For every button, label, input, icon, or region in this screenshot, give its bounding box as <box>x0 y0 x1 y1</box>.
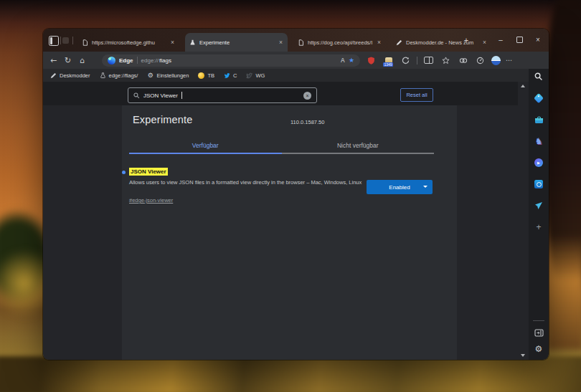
extension-script-icon[interactable]: 1349 <box>382 57 395 64</box>
tab-verfuegbar[interactable]: Verfügbar <box>129 138 282 154</box>
flag-state-dropdown[interactable]: Enabled <box>367 180 433 194</box>
reset-all-button[interactable]: Reset all <box>400 88 433 102</box>
yellow-avatar-icon <box>198 72 204 79</box>
beaker-icon <box>100 72 106 79</box>
tab-close-icon[interactable]: × <box>170 39 175 46</box>
search-icon <box>133 89 140 102</box>
tab-close-icon[interactable]: × <box>482 39 487 46</box>
bookmark-label: edge://flags/ <box>109 72 138 79</box>
more-menu-icon[interactable]: ⋯ <box>506 57 513 64</box>
bookmark-c[interactable]: C <box>224 72 237 79</box>
extensions-icon[interactable] <box>457 57 469 64</box>
tab-close-icon[interactable]: × <box>278 39 283 46</box>
bookmark-einstellungen[interactable]: ⚙ Einstellungen <box>147 72 189 79</box>
sidebar-divider <box>533 320 544 321</box>
clear-search-icon[interactable]: × <box>303 92 311 100</box>
twitter-bird-icon <box>224 72 230 79</box>
desktop-tree-trunk <box>544 0 581 292</box>
chevron-down-icon <box>423 186 428 188</box>
read-aloud-icon[interactable]: A <box>341 57 345 64</box>
games-icon[interactable]: ♞ <box>534 136 544 146</box>
bookmarks-bar: Deskmodder edge://flags/ ⚙ Einstellungen… <box>43 69 529 82</box>
tab-title: https://microsoftedge.githu <box>92 39 166 46</box>
tab-actions-icon[interactable] <box>49 36 59 46</box>
document-icon <box>298 39 304 46</box>
tab-microsoftedge[interactable]: https://microsoftedge.githu × <box>77 33 179 52</box>
tab-close-icon[interactable]: × <box>377 39 382 46</box>
toolbar: ← ↻ ⌂ Edge edge:// flags A ★ 1349 <box>43 52 549 69</box>
scroll-up-icon[interactable] <box>521 85 525 87</box>
close-window-button[interactable]: × <box>529 29 547 50</box>
split-screen-glyph <box>424 57 433 64</box>
flag-state-value: Enabled <box>389 184 410 191</box>
collections-icon[interactable] <box>440 57 452 64</box>
text-caret <box>181 92 182 99</box>
document-icon <box>82 39 88 46</box>
tabs: https://microsoftedge.githu × Experiment… <box>77 33 491 52</box>
toolbar-separator <box>417 57 417 64</box>
extension-sync-icon[interactable] <box>400 57 412 64</box>
scrollbar[interactable] <box>518 82 529 360</box>
media-play-icon[interactable]: ▶ <box>534 158 544 168</box>
tab-strip-separator <box>60 37 61 44</box>
bookmark-label: TB <box>207 72 214 79</box>
version-label: 110.0.1587.50 <box>290 119 324 125</box>
favorite-star-icon[interactable]: ★ <box>349 57 354 64</box>
site-chip-label: Edge <box>119 57 133 64</box>
minimize-button[interactable]: – <box>491 29 510 50</box>
edge-logo-icon <box>108 57 115 64</box>
desktop-sunset-glow <box>547 235 581 350</box>
bookmark-tb[interactable]: TB <box>198 72 214 79</box>
back-button[interactable]: ← <box>49 57 58 64</box>
home-button[interactable]: ⌂ <box>77 57 87 64</box>
extension-shield-icon[interactable] <box>365 57 377 64</box>
play-icon: ▶ <box>534 158 543 167</box>
page-content: JSON Viewer × Reset all Experimente 110.… <box>43 82 529 360</box>
gear-icon: ⚙ <box>147 72 153 79</box>
add-sidebar-item-icon[interactable]: + <box>534 222 544 232</box>
outlook-icon[interactable] <box>534 179 544 189</box>
search-icon[interactable] <box>534 72 544 82</box>
bookmark-wg[interactable]: WG <box>246 72 265 79</box>
bookmark-label: C <box>233 72 237 79</box>
address-bar[interactable]: Edge edge:// flags A ★ <box>102 54 360 67</box>
tab-experimente[interactable]: Experimente × <box>185 33 288 52</box>
bookmark-deskmodder[interactable]: Deskmodder <box>50 72 90 79</box>
tab-deskmodder[interactable]: Deskmodder.de - News zum × <box>392 33 491 52</box>
tab-title: Experimente <box>199 39 275 46</box>
sidebar-panel-icon[interactable] <box>534 328 544 338</box>
page-title: Experimente <box>133 114 193 125</box>
refresh-button[interactable]: ↻ <box>63 57 72 64</box>
scroll-down-icon[interactable] <box>521 354 525 357</box>
profile-avatar[interactable] <box>491 56 501 65</box>
split-screen-icon[interactable] <box>422 57 435 64</box>
sidebar-bottom-group: ⚙ <box>533 320 544 354</box>
search-value: JSON Viewer <box>143 92 178 99</box>
new-tab-button[interactable]: + <box>460 34 473 47</box>
tab-title: https://dog.ceo/api/breeds/l <box>308 39 373 46</box>
drop-icon[interactable] <box>534 201 544 211</box>
tab-strip: https://microsoftedge.githu × Experiment… <box>43 29 549 52</box>
tab-dog-ceo[interactable]: https://dog.ceo/api/breeds/l × <box>293 33 386 52</box>
settings-icon[interactable]: ⚙ <box>534 344 544 354</box>
tab-nicht-verfuegbar[interactable]: Nicht verfügbar <box>282 138 435 154</box>
toolbox-icon[interactable] <box>534 115 544 125</box>
bookmark-label: Deskmodder <box>60 72 90 79</box>
browser-essentials-icon[interactable] <box>474 57 486 64</box>
dark-bird-icon <box>246 72 252 79</box>
flags-search-row: JSON Viewer × Reset all <box>43 82 529 105</box>
edge-sidebar: ♞ ▶ + ⚙ <box>529 69 549 360</box>
search-input[interactable]: JSON Viewer × <box>128 87 317 103</box>
flag-permalink[interactable]: #edge-json-viewer <box>129 197 173 204</box>
url-path: flags <box>159 57 171 64</box>
flag-marker-dot <box>122 171 126 174</box>
bookmark-edge-flags[interactable]: edge://flags/ <box>100 72 138 79</box>
maximize-button[interactable] <box>510 29 529 50</box>
flag-name-highlighted: JSON Viewer <box>129 168 168 176</box>
workspace-icon[interactable] <box>62 37 69 44</box>
shopping-icon[interactable] <box>534 93 544 103</box>
window-controls: – × <box>491 29 547 50</box>
pencil-icon <box>50 72 57 79</box>
desktop: { "glyphs": { "close": "×", "minimize": … <box>0 0 581 392</box>
extension-badge: 1349 <box>383 62 393 67</box>
